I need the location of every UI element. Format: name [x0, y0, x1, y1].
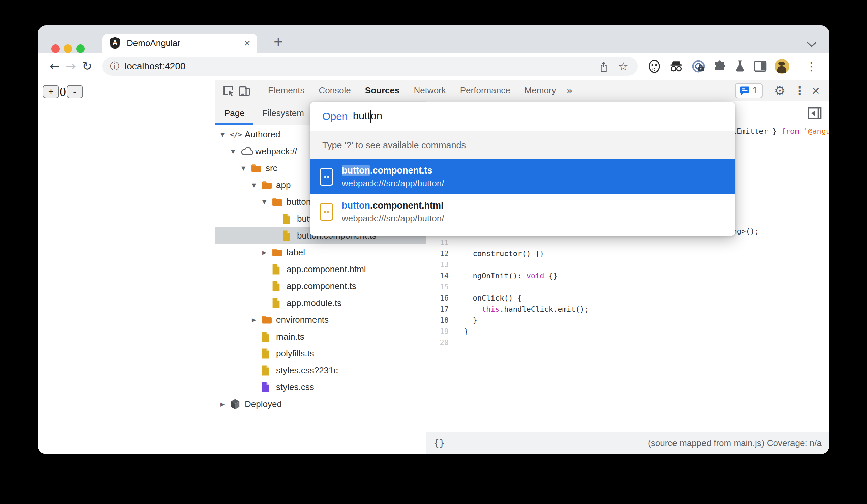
settings-gear-icon[interactable]: ⚙ [774, 83, 786, 98]
mask-extension-icon[interactable] [648, 59, 661, 73]
quick-open-result[interactable]: <>button.component.tswebpack:///src/app/… [310, 160, 735, 194]
line-number[interactable]: 13 [426, 259, 453, 270]
omnibox[interactable]: ⓘ localhost:4200 ☆ [103, 57, 638, 76]
tree-row[interactable]: main.ts [215, 328, 426, 345]
tree-item-label: button [287, 197, 311, 207]
line-number[interactable]: 15 [426, 281, 453, 293]
expanded-arrow-icon[interactable]: ▼ [252, 182, 261, 188]
navigator-tab-filesystem[interactable]: Filesystem [254, 101, 313, 125]
line-number[interactable]: 12 [426, 248, 453, 259]
close-window-button[interactable] [51, 44, 60, 53]
chevron-down-icon[interactable] [806, 42, 817, 48]
file-icon [272, 297, 287, 309]
devtools-tab-memory[interactable]: Memory [517, 80, 563, 101]
issues-message-button[interactable]: 1 [735, 83, 762, 98]
expanded-arrow-icon[interactable]: ▼ [262, 199, 272, 205]
tree-row[interactable]: app.component.ts [215, 277, 426, 294]
line-number[interactable]: 14 [426, 270, 453, 281]
result-path: webpack:///src/app/button/ [342, 178, 444, 189]
address-bar: ← → ↻ ⓘ localhost:4200 ☆ [38, 53, 829, 80]
extensions-puzzle-icon[interactable] [713, 60, 726, 73]
zoom-window-button[interactable] [76, 44, 85, 53]
devtools-menu-icon[interactable]: ⋮ [794, 84, 805, 97]
tree-item-label: styles.css [276, 382, 314, 393]
pretty-print-button[interactable]: {} [434, 438, 445, 449]
devtools-close-icon[interactable]: × [812, 84, 820, 97]
file-icon [282, 230, 297, 241]
tree-row[interactable]: polyfills.ts [215, 345, 426, 362]
line-number[interactable]: 20 [426, 337, 453, 348]
tree-row[interactable]: styles.css [215, 379, 426, 395]
tree-item-label: styles.css?231c [276, 365, 338, 376]
file-icon [261, 331, 276, 342]
devtools-tab-performance[interactable]: Performance [453, 80, 517, 101]
share-icon[interactable] [599, 60, 609, 73]
editor-status-bar: {} (source mapped from main.js) Coverage… [426, 432, 829, 454]
expanded-arrow-icon[interactable]: ▼ [231, 148, 240, 155]
tree-item-label: environments [276, 315, 329, 325]
minimize-window-button[interactable] [64, 44, 72, 53]
expanded-arrow-icon[interactable]: ▼ [242, 165, 251, 172]
bookmark-star-icon[interactable]: ☆ [618, 59, 628, 73]
source-map-text: (source mapped from [648, 438, 734, 448]
collapsed-arrow-icon[interactable]: ▶ [221, 401, 230, 407]
extensions-row: ⋮ [648, 59, 817, 74]
device-toolbar-icon[interactable] [236, 83, 253, 99]
folder-icon [261, 180, 276, 190]
folder-icon [261, 315, 276, 325]
line-number[interactable]: 11 [426, 237, 453, 248]
code-icon: </> [230, 130, 245, 139]
devtools-tab-elements[interactable]: Elements [261, 80, 311, 101]
tab-close-icon[interactable]: × [244, 38, 250, 48]
inspect-element-icon[interactable] [220, 83, 236, 99]
tree-row[interactable]: app.module.ts [215, 294, 426, 311]
browser-tab[interactable]: A DemoAngular × [103, 34, 257, 53]
tree-row[interactable]: app.component.html [215, 261, 426, 277]
counter-value: 0 [60, 85, 66, 98]
code-line: onClick() { [453, 293, 829, 304]
line-number[interactable]: 19 [426, 326, 453, 337]
collapsed-arrow-icon[interactable]: ▶ [262, 249, 272, 256]
quick-open-dialog: Open button Type '?' to see available co… [310, 102, 735, 236]
collapsed-arrow-icon[interactable]: ▶ [252, 317, 261, 323]
navigator-tab-page[interactable]: Page [215, 101, 254, 125]
reload-button[interactable]: ↻ [79, 59, 95, 73]
quick-open-results: <>button.component.tswebpack:///src/app/… [310, 160, 735, 236]
tree-row[interactable]: ▶label [215, 244, 426, 261]
expanded-arrow-icon[interactable]: ▼ [221, 131, 230, 138]
browser-menu-icon[interactable]: ⋮ [806, 59, 817, 73]
tree-item-label: label [287, 247, 305, 258]
more-tabs-icon[interactable]: » [567, 85, 573, 96]
tree-row[interactable]: styles.css?231c [215, 362, 426, 379]
source-map-link[interactable]: main.js [734, 438, 761, 448]
new-tab-button[interactable]: + [274, 33, 283, 51]
quick-open-input[interactable]: Open button [310, 102, 735, 131]
tree-row[interactable]: ▶Deployed [215, 395, 426, 412]
cloud-icon [240, 146, 255, 156]
url-text[interactable]: localhost:4200 [125, 61, 186, 72]
line-number[interactable]: 17 [426, 304, 453, 315]
flask-extension-icon[interactable] [734, 59, 746, 73]
profile-avatar[interactable] [775, 59, 790, 74]
result-filename: button.component.html [342, 200, 444, 211]
line-number[interactable]: 18 [426, 315, 453, 326]
incognito-extension-icon[interactable] [669, 60, 684, 73]
devtools-tab-sources[interactable]: Sources [358, 80, 407, 101]
tree-row[interactable]: ▶environments [215, 311, 426, 328]
decrement-button[interactable]: - [67, 85, 83, 98]
quick-open-result[interactable]: <>button.component.htmlwebpack:///src/ap… [310, 194, 735, 229]
back-button[interactable]: ← [46, 59, 63, 73]
increment-button[interactable]: + [43, 85, 59, 98]
devtools-tab-network[interactable]: Network [407, 80, 453, 101]
folder-icon [272, 248, 287, 257]
toggle-sidebar-icon[interactable] [808, 107, 822, 120]
code-line [453, 281, 829, 293]
side-panel-extension-icon[interactable] [754, 61, 767, 72]
code-line [453, 237, 829, 248]
folder-icon [251, 164, 266, 173]
file-icon [272, 264, 287, 275]
password-manager-extension-icon[interactable] [692, 59, 705, 73]
line-number[interactable]: 16 [426, 293, 453, 304]
devtools-tab-console[interactable]: Console [311, 80, 358, 101]
site-info-icon[interactable]: ⓘ [110, 60, 119, 73]
